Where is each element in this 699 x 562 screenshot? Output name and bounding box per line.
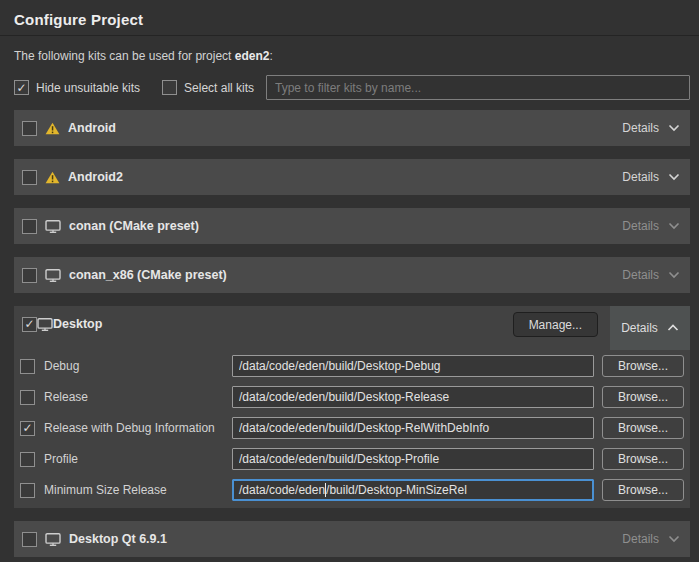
build-config-label: Profile xyxy=(44,452,78,466)
kit-checkbox[interactable] xyxy=(22,121,37,136)
chevron-down-icon xyxy=(668,124,680,132)
path-text-after-caret: /build/Desktop-MinSizeRel xyxy=(326,483,467,497)
build-dir-input[interactable] xyxy=(232,448,594,470)
page-title: Configure Project xyxy=(14,11,685,28)
details-button[interactable]: Details xyxy=(620,110,682,146)
build-config-label: Debug xyxy=(44,359,79,373)
path-text-before-caret: /data/code/eden xyxy=(239,483,325,497)
build-dir-input-focused[interactable]: /data/code/eden/build/Desktop-MinSizeRel xyxy=(232,479,594,501)
project-name: eden2 xyxy=(235,49,270,63)
kit-section-desktop: Desktop Manage... Details Debug Browse..… xyxy=(14,306,690,508)
kit-checkbox[interactable] xyxy=(22,317,37,332)
chevron-down-icon xyxy=(668,222,680,230)
subtitle-suffix: : xyxy=(269,49,272,63)
build-config-row-debug: Debug Browse... xyxy=(20,355,684,377)
build-config-label: Minimum Size Release xyxy=(44,483,167,497)
browse-button[interactable]: Browse... xyxy=(602,355,684,377)
kit-name: conan (CMake preset) xyxy=(69,219,199,233)
kit-filter-bar: Hide unsuitable kits Select all kits xyxy=(14,75,690,100)
kit-name: Desktop xyxy=(53,317,102,331)
build-config-row-release: Release Browse... xyxy=(20,386,684,408)
build-config-checkbox[interactable] xyxy=(20,359,35,374)
browse-button[interactable]: Browse... xyxy=(602,417,684,439)
kit-row-android[interactable]: Android Details xyxy=(14,110,690,146)
kit-checkbox[interactable] xyxy=(22,219,37,234)
build-dir-input[interactable] xyxy=(232,386,594,408)
chevron-down-icon xyxy=(668,535,680,543)
details-button[interactable]: Details xyxy=(610,306,690,350)
build-config-row-profile: Profile Browse... xyxy=(20,448,684,470)
monitor-icon xyxy=(45,533,61,546)
kit-checkbox[interactable] xyxy=(22,532,37,547)
details-label: Details xyxy=(622,121,659,135)
build-config-checkbox[interactable] xyxy=(20,483,35,498)
manage-kits-button[interactable]: Manage... xyxy=(513,312,598,337)
kit-name: Android2 xyxy=(68,170,123,184)
monitor-icon xyxy=(37,318,53,331)
details-label: Details xyxy=(622,219,659,233)
select-all-kits-checkbox-group[interactable]: Select all kits xyxy=(162,80,254,95)
warning-icon xyxy=(45,171,60,184)
details-button[interactable]: Details xyxy=(620,521,682,557)
build-config-checkbox[interactable] xyxy=(20,390,35,405)
warning-icon xyxy=(45,122,60,135)
build-dir-input[interactable] xyxy=(232,417,594,439)
kit-row-conan-x86[interactable]: conan_x86 (CMake preset) Details xyxy=(14,257,690,293)
build-config-label: Release xyxy=(44,390,88,404)
hide-unsuitable-kits-label: Hide unsuitable kits xyxy=(36,81,140,95)
build-config-checkbox[interactable] xyxy=(20,452,35,467)
monitor-icon xyxy=(45,269,61,282)
build-dir-input[interactable] xyxy=(232,355,594,377)
desktop-build-configs: Debug Browse... Release Browse... Releas… xyxy=(14,342,690,508)
kit-name: conan_x86 (CMake preset) xyxy=(69,268,227,282)
page-header: Configure Project xyxy=(0,0,699,36)
select-all-kits-checkbox[interactable] xyxy=(162,80,177,95)
subtitle-prefix: The following kits can be used for proje… xyxy=(14,49,235,63)
build-config-label: Release with Debug Information xyxy=(44,421,215,435)
details-button[interactable]: Details xyxy=(620,159,682,195)
kit-checkbox[interactable] xyxy=(22,170,37,185)
kit-name: Android xyxy=(68,121,116,135)
browse-button[interactable]: Browse... xyxy=(602,448,684,470)
details-button[interactable]: Details xyxy=(620,208,682,244)
kits-subtitle: The following kits can be used for proje… xyxy=(14,49,685,63)
details-label: Details xyxy=(622,532,659,546)
hide-unsuitable-kits-checkbox[interactable] xyxy=(14,80,29,95)
build-config-checkbox[interactable] xyxy=(20,421,35,436)
kit-checkbox[interactable] xyxy=(22,268,37,283)
monitor-icon xyxy=(45,220,61,233)
chevron-down-icon xyxy=(668,271,680,279)
chevron-down-icon xyxy=(668,173,680,181)
build-config-row-minsizerel: Minimum Size Release /data/code/eden/bui… xyxy=(20,479,684,501)
browse-button[interactable]: Browse... xyxy=(602,386,684,408)
kit-list: Android Details Android2 Details conan (… xyxy=(14,110,690,557)
details-button[interactable]: Details xyxy=(620,257,682,293)
select-all-kits-label: Select all kits xyxy=(184,81,254,95)
hide-unsuitable-kits-checkbox-group[interactable]: Hide unsuitable kits xyxy=(14,80,140,95)
build-config-row-relwithdebinfo: Release with Debug Information Browse... xyxy=(20,417,684,439)
kit-row-android2[interactable]: Android2 Details xyxy=(14,159,690,195)
details-label: Details xyxy=(621,321,658,335)
kit-filter-input[interactable] xyxy=(266,75,690,100)
kit-name: Desktop Qt 6.9.1 xyxy=(69,532,167,546)
details-label: Details xyxy=(622,268,659,282)
kit-row-desktop-qt-691[interactable]: Desktop Qt 6.9.1 Details xyxy=(14,521,690,557)
chevron-up-icon xyxy=(667,324,679,332)
browse-button[interactable]: Browse... xyxy=(602,479,684,501)
details-label: Details xyxy=(622,170,659,184)
kit-row-conan[interactable]: conan (CMake preset) Details xyxy=(14,208,690,244)
